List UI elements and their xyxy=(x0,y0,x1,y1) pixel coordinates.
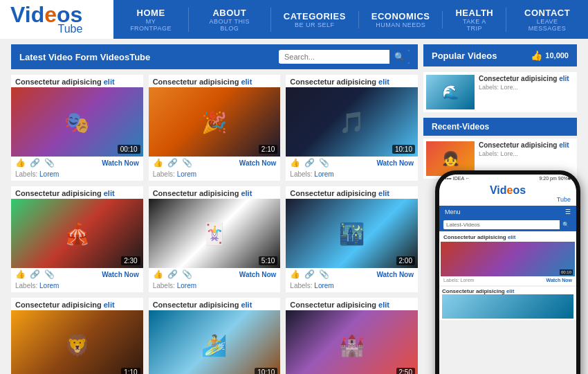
video-labels-6: Labels: Lorem xyxy=(286,282,418,292)
watch-now-2[interactable]: Watch Now xyxy=(239,159,277,167)
label-link-5[interactable]: Lorem xyxy=(177,282,196,290)
link-icon[interactable]: 🔗 xyxy=(167,269,178,279)
video-thumb-8[interactable]: 🏄 10:10 xyxy=(149,310,281,374)
label-link-1[interactable]: Lorem xyxy=(39,170,59,178)
nav-about[interactable]: ABOUT ABOUT THIS BLOG xyxy=(189,8,271,32)
video-labels-4: Labels: Lorem xyxy=(11,282,143,292)
search-button[interactable]: 🔍 xyxy=(389,50,410,64)
recent-title: Recent-Videos xyxy=(432,122,489,132)
share-icon[interactable]: 📎 xyxy=(182,158,192,168)
like-icon[interactable]: 👍 xyxy=(153,269,163,279)
video-duration-8: 10:10 xyxy=(255,368,277,374)
like-number: 10,000 xyxy=(545,51,569,60)
share-icon[interactable]: 📎 xyxy=(319,269,329,279)
main-nav: HOME MY FRONTPAGE ABOUT ABOUT THIS BLOG … xyxy=(113,0,588,39)
video-labels-2: Labels: Lorem xyxy=(149,170,281,181)
watch-now-6[interactable]: Watch Now xyxy=(376,271,414,278)
video-duration-1: 00:10 xyxy=(118,145,140,154)
link-icon[interactable]: 🔗 xyxy=(30,158,40,168)
video-card-2: Consectetur adipisicing elit 🎉 2:10 👍 🔗 … xyxy=(149,75,281,181)
video-card-6: Consectetur adipisicing elit 🌃 2:00 👍 🔗 … xyxy=(286,186,418,292)
nav-categories[interactable]: CATEGORIES BE UR SELF xyxy=(271,11,359,28)
phone-popular-thumb[interactable] xyxy=(442,294,573,319)
phone-video-title: Consectetur adipisicing elit xyxy=(441,233,575,242)
watch-now-5[interactable]: Watch Now xyxy=(239,271,277,278)
video-duration-3: 10:10 xyxy=(392,145,415,154)
nav-home[interactable]: HOME MY FRONTPAGE xyxy=(113,8,188,32)
popular-labels-2: Labels: Lore... xyxy=(479,150,574,157)
popular-label-link-1[interactable]: Lore... xyxy=(501,84,519,91)
share-icon[interactable]: 📎 xyxy=(44,269,55,279)
phone-search-btn[interactable]: 🔍 xyxy=(560,220,572,229)
like-icon[interactable]: 👍 xyxy=(153,158,163,168)
phone-logo-area: Videos Tube xyxy=(439,182,576,206)
phone-search-input-wrap: Latest-Videos 🔍 xyxy=(443,220,572,229)
video-duration-2: 2:10 xyxy=(259,145,277,154)
like-icon[interactable]: 👍 xyxy=(15,158,26,168)
share-icon[interactable]: 📎 xyxy=(319,158,329,168)
video-thumb-1[interactable]: 🎭 00:10 xyxy=(11,87,143,157)
phone-search-bar: Latest-Videos 🔍 xyxy=(439,218,576,231)
video-title-9: Consectetur adipisicing elit xyxy=(286,298,418,310)
link-icon[interactable]: 🔗 xyxy=(167,158,178,168)
label-link-3[interactable]: Lorem xyxy=(314,170,333,178)
link-icon[interactable]: 🔗 xyxy=(30,269,40,279)
popular-label-link-2[interactable]: Lore... xyxy=(501,150,519,157)
video-thumb-3[interactable]: 🎵 10:10 xyxy=(286,87,418,157)
video-duration-4: 2:30 xyxy=(121,256,140,265)
phone-labels: Labels: Lorem xyxy=(443,278,474,283)
like-count: 👍 10,000 xyxy=(531,50,569,61)
video-thumb-9[interactable]: 🏰 2:50 xyxy=(286,310,418,374)
popular-info-1: Consectetur adipisicing elit Labels: Lor… xyxy=(479,75,574,109)
nav-contact[interactable]: CONTACT LEAVE MESSAGES xyxy=(506,8,588,32)
video-icons-3: 👍 🔗 📎 xyxy=(290,158,329,168)
share-icon[interactable]: 📎 xyxy=(182,269,192,279)
phone-status-bar: •••• IDEA ← 9:20 pm 90%■ xyxy=(439,175,576,182)
popular-thumb-1[interactable]: 🌊 xyxy=(426,75,475,109)
phone-video-thumb[interactable]: 00:10 xyxy=(441,242,575,276)
link-icon[interactable]: 🔗 xyxy=(304,158,315,168)
phone-popular-title: Consectetur adipisicing elit xyxy=(442,288,573,294)
latest-videos-title: Latest Video Form VideosTube xyxy=(19,52,150,62)
site-logo[interactable]: Videos Tube xyxy=(10,3,82,35)
watch-now-1[interactable]: Watch Now xyxy=(102,159,139,167)
link-icon[interactable]: 🔗 xyxy=(304,269,315,279)
video-title-3: Consectetur adipisicing elit xyxy=(286,75,418,87)
video-icons-2: 👍 🔗 📎 xyxy=(153,158,192,168)
search-bar: 🔍 xyxy=(279,50,410,64)
video-title-7: Consectetur adipisicing elit xyxy=(11,298,143,310)
phone-menu-icon[interactable]: ☰ xyxy=(565,208,571,215)
video-thumb-2[interactable]: 🎉 2:10 xyxy=(149,87,281,157)
like-icon[interactable]: 👍 xyxy=(290,158,300,168)
share-icon[interactable]: 📎 xyxy=(44,158,55,168)
like-icon[interactable]: 👍 xyxy=(290,269,300,279)
phone-watch-now[interactable]: Watch Now xyxy=(546,278,572,283)
video-thumb-4[interactable]: 🎪 2:30 xyxy=(11,199,143,268)
label-link-2[interactable]: Lorem xyxy=(177,170,196,178)
popular-title-2: Consectetur adipisicing elit xyxy=(479,141,574,149)
nav-health[interactable]: HEALTH TAKE A TRIP xyxy=(443,8,506,32)
video-duration-6: 2:00 xyxy=(396,256,415,265)
like-icon[interactable]: 👍 xyxy=(15,269,26,279)
video-icons-1: 👍 🔗 📎 xyxy=(15,158,55,168)
watch-now-3[interactable]: Watch Now xyxy=(376,159,414,167)
watch-now-4[interactable]: Watch Now xyxy=(102,271,139,278)
video-thumb-5[interactable]: 🃏 5:10 xyxy=(149,199,281,268)
popular-videos-header: Popular Videos 👍 10,000 xyxy=(423,44,577,66)
video-icons-4: 👍 🔗 📎 xyxy=(15,269,55,279)
latest-videos-header: Latest Video Form VideosTube 🔍 xyxy=(11,44,418,69)
video-thumb-7[interactable]: 🦁 1:10 xyxy=(11,310,143,374)
nav-economics[interactable]: ECONOMICS HUMAN NEEDS xyxy=(359,11,443,28)
label-link-6[interactable]: Lorem xyxy=(314,282,333,290)
phone-video-actions: Labels: Lorem Watch Now xyxy=(441,276,575,284)
sidebar: Popular Videos 👍 10,000 🌊 Consectetur ad… xyxy=(423,44,582,374)
video-title-1: Consectetur adipisicing elit xyxy=(11,75,143,87)
popular-item-1: 🌊 Consectetur adipisicing elit Labels: L… xyxy=(423,72,577,112)
search-input[interactable] xyxy=(279,51,389,63)
video-duration-5: 5:10 xyxy=(259,256,277,265)
phone-nav: Menu ☰ xyxy=(439,206,576,218)
video-title-5: Consectetur adipisicing elit xyxy=(149,186,281,199)
video-thumb-6[interactable]: 🌃 2:00 xyxy=(286,199,418,268)
phone-screen: •••• IDEA ← 9:20 pm 90%■ Videos Tube Men… xyxy=(439,175,576,374)
label-link-4[interactable]: Lorem xyxy=(39,282,59,290)
